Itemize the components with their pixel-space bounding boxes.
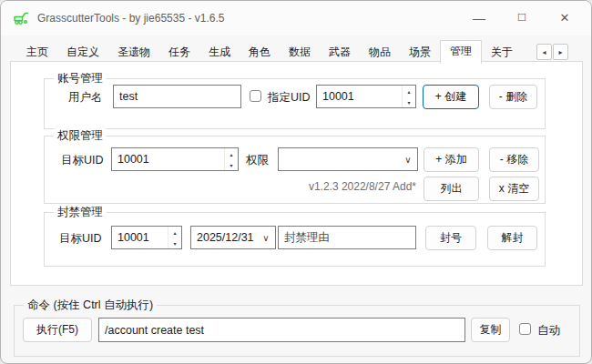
maximize-icon[interactable]: ☐ (501, 1, 543, 35)
spin-up-icon[interactable]: ▴ (225, 148, 238, 159)
tab-quest[interactable]: 任务 (159, 43, 199, 62)
copy-button[interactable]: 复制 (471, 318, 510, 342)
unban-button[interactable]: 解封 (487, 226, 537, 250)
account-uid-spinner[interactable]: ▴ ▾ (316, 85, 416, 108)
auto-label: 自动 (537, 323, 560, 339)
specify-uid-checkbox[interactable] (250, 90, 261, 102)
permission-label: 权限 (246, 153, 269, 168)
ban-date-value: 2025/12/31 (191, 231, 257, 244)
ban-date-picker[interactable]: 2025/12/31 ∨ (190, 226, 276, 249)
delete-account-button[interactable]: - 删除 (489, 85, 537, 109)
clear-permission-button[interactable]: x 清空 (489, 177, 539, 201)
chevron-down-icon: ∨ (257, 233, 275, 243)
spin-down-icon[interactable]: ▾ (403, 96, 415, 107)
title-bar[interactable]: GrasscutterTools - by jie65535 - v1.6.5 … (1, 1, 591, 35)
username-label: 用户名 (68, 90, 103, 106)
specify-uid-label: 指定UID (268, 90, 311, 106)
permission-combobox[interactable]: ∨ (278, 147, 418, 171)
close-icon[interactable]: ✕ (544, 1, 586, 35)
tab-avatar[interactable]: 角色 (240, 43, 280, 62)
add-permission-button[interactable]: + 添加 (424, 147, 479, 172)
management-tab-page: 账号管理 用户名 指定UID ▴ ▾ + 创建 - 删除 权限管理 目标UID … (10, 61, 583, 286)
execute-button[interactable]: 执行(F5) (23, 318, 92, 342)
tab-scroll-left-icon[interactable]: ◂ (536, 44, 552, 60)
permission-uid-spinner[interactable]: ▴ ▾ (111, 147, 239, 171)
tab-scroll-right-icon[interactable]: ▸ (553, 44, 568, 60)
app-window: GrasscutterTools - by jie65535 - v1.6.5 … (0, 0, 592, 364)
spin-down-icon[interactable]: ▾ (225, 159, 238, 170)
remove-permission-button[interactable]: - 移除 (489, 147, 539, 172)
spin-up-icon[interactable]: ▴ (168, 227, 181, 238)
tab-data[interactable]: 数据 (280, 43, 320, 62)
command-group-title: 命令 (按住 Ctrl 自动执行) (24, 298, 157, 313)
tab-scene[interactable]: 场景 (400, 43, 440, 62)
permission-version-note: v1.2.3 2022/8/27 Add* (230, 180, 416, 193)
permission-uid-input[interactable] (112, 148, 224, 170)
create-account-button[interactable]: + 创建 (423, 85, 479, 109)
tab-item[interactable]: 物品 (360, 43, 400, 62)
list-permission-button[interactable]: 列出 (424, 177, 479, 201)
chevron-down-icon: ∨ (399, 155, 417, 165)
tab-weapon[interactable]: 武器 (320, 43, 360, 62)
tab-custom[interactable]: 自定义 (57, 43, 108, 62)
ban-reason-input[interactable] (278, 226, 416, 249)
account-group-title: 账号管理 (54, 71, 107, 86)
tab-spawn[interactable]: 生成 (199, 43, 240, 62)
tab-about[interactable]: 关于 (482, 43, 522, 62)
tab-home[interactable]: 主页 (17, 43, 57, 62)
spin-up-icon[interactable]: ▴ (403, 86, 415, 96)
tab-bar: 主页 自定义 圣遗物 任务 生成 角色 数据 武器 物品 场景 管理 关于 (17, 41, 522, 62)
ban-button[interactable]: 封号 (425, 226, 476, 250)
ban-target-uid-label: 目标UID (59, 231, 102, 247)
window-title: GrasscutterTools - by jie65535 - v1.6.5 (37, 12, 224, 25)
ban-group-title: 封禁管理 (54, 205, 107, 220)
ban-uid-spinner[interactable]: ▴ ▾ (111, 226, 182, 249)
auto-checkbox[interactable] (519, 323, 531, 335)
permission-group-title: 权限管理 (54, 128, 107, 144)
permission-target-uid-label: 目标UID (61, 153, 104, 168)
username-input[interactable] (113, 85, 241, 108)
ban-uid-input[interactable] (112, 227, 168, 248)
app-icon (13, 10, 31, 25)
tab-artifact[interactable]: 圣遗物 (108, 43, 159, 62)
account-uid-input[interactable] (317, 86, 402, 107)
tab-management[interactable]: 管理 (440, 40, 482, 64)
spin-down-icon[interactable]: ▾ (168, 238, 181, 248)
command-input[interactable] (98, 318, 465, 342)
minimize-icon[interactable]: — (458, 1, 500, 35)
